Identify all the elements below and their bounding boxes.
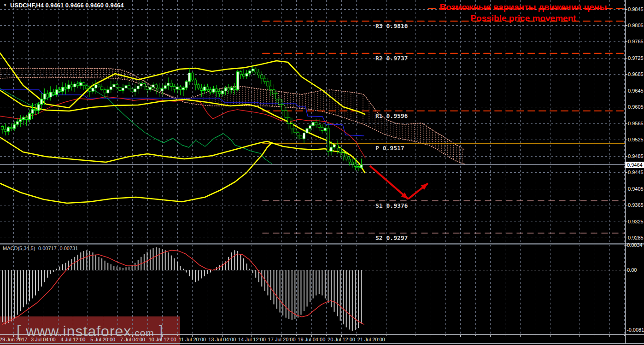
- current-price-tag: 0.9464: [626, 162, 644, 168]
- grid: [0, 0, 625, 334]
- price-axis-label: 0.9725: [628, 55, 644, 61]
- price-axis-label: 0.9605: [628, 104, 644, 110]
- macd-value-signal: -0.00731: [58, 246, 78, 251]
- price-axis-label: 0.9325: [628, 219, 644, 224]
- pivot-label-s1: S1 0.9376: [375, 202, 408, 209]
- price-axis-label: 0.9485: [628, 153, 644, 159]
- chart-title-text: USDCHF,H4 0.9461 0.9466 0.9460 0.9464: [10, 2, 123, 9]
- mt4-terminal: [www.instaforex.com] ▼USDCHF,H4 0.9461 0…: [0, 0, 644, 345]
- time-axis-label: 11 Jul 20:00: [179, 337, 206, 342]
- time-axis-label: 29 Jun 2017: [0, 337, 27, 342]
- time-axis-label: 3 Jul 04:00: [31, 337, 56, 342]
- annotation-line-en: Possible price movement: [396, 13, 644, 24]
- analyst-annotation: Возможные варианты движения цены Possibl…: [396, 2, 644, 24]
- time-axis-label: 13 Jul 04:00: [208, 337, 236, 342]
- candlesticks: [1, 66, 363, 171]
- price-axis-label: 0.9805: [628, 23, 644, 28]
- annotation-line-ru: Возможные варианты движения цены: [396, 2, 644, 13]
- forecast-arrow: [370, 166, 428, 199]
- time-axis-label: 20 Jul 12:00: [328, 337, 355, 342]
- price-axis-label: 0.9645: [628, 88, 644, 94]
- macd-indicator-label: MACD(5,34,5) -0.00717 -0.00731: [3, 246, 78, 251]
- price-axis-label: 0.9365: [628, 202, 644, 208]
- price-axis-label: 0.9845: [628, 6, 644, 12]
- pivot-label-p: P 0.9517: [375, 145, 404, 152]
- price-axis-label: 0.9445: [628, 170, 644, 175]
- pivot-label-r2: R2 0.9737: [375, 55, 408, 62]
- macd-axis-label: -0.00816: [627, 327, 644, 333]
- macd-value-main: -0.00717: [36, 246, 56, 251]
- time-axis-label: 10 Jul 12:00: [149, 337, 176, 342]
- triangle-down-icon: ▼: [3, 3, 7, 7]
- price-axis-label: 0.9685: [628, 71, 644, 77]
- price-axis-label: 0.9765: [628, 39, 644, 44]
- macd-axis-label: 0.00: [627, 267, 637, 273]
- pivot-label-r1: R1 0.9596: [375, 112, 408, 119]
- chart-title: ▼USDCHF,H4 0.9461 0.9466 0.9460 0.9464: [3, 2, 123, 9]
- price-axis-label: 0.9285: [628, 235, 644, 240]
- price-axis-label: 0.9405: [628, 186, 644, 192]
- time-axis-label: 7 Jul 04:00: [120, 337, 145, 342]
- time-axis-label: 14 Jul 12:00: [238, 337, 266, 342]
- macd-name: MACD(5,34,5): [3, 246, 35, 251]
- price-chart-canvas[interactable]: [0, 0, 644, 345]
- macd-axis-label: 0.0034: [627, 242, 643, 248]
- price-axis-label: 0.9565: [628, 121, 644, 126]
- time-axis-label: 5 Jul 20:00: [90, 337, 115, 342]
- time-axis-label: 21 Jul 20:00: [357, 337, 385, 342]
- pivot-label-s2: S2 0.9297: [375, 234, 408, 241]
- price-axis-label: 0.9525: [628, 137, 644, 142]
- time-axis-label: 17 Jul 20:00: [268, 337, 296, 342]
- macd-pane: [0, 247, 625, 331]
- pivot-label-r3: R3 0.9816: [375, 23, 408, 29]
- time-axis-label: 4 Jul 12:00: [61, 337, 86, 342]
- time-axis-label: 19 Jul 04:00: [298, 337, 325, 342]
